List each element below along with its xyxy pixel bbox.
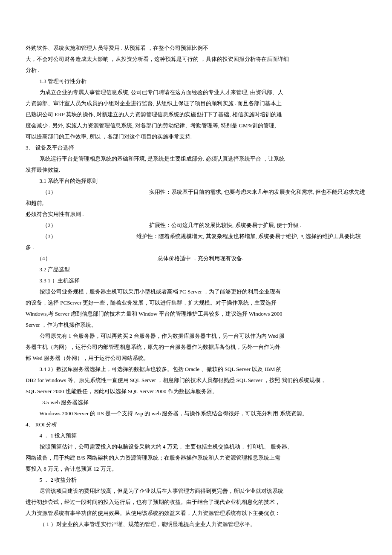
item-number: （4）	[26, 253, 158, 264]
heading-3-2: 3.2 产品选型	[26, 264, 366, 275]
list-item: （3） 维护性：随着系统规模增大, 其复杂程度也将增加, 系统要易于维护, 可选…	[26, 231, 366, 242]
body-text: 要投入 8 万元，合计总预算 12 万元。	[26, 463, 366, 474]
body-text: 系统运行平台是管理相息系统的基础和环境, 是系统是生要组成部分. 必须认真选择系…	[26, 153, 366, 164]
body-text: 分析 .	[26, 65, 366, 76]
section-4-heading: 4、 ROI 分析	[26, 419, 366, 430]
body-text: 大，不会对公司财务造成太大影响 ，从投资分析看，这种预算是可行的 ，具体的投资回…	[26, 54, 366, 65]
body-text: Windows 2000 Server 的 IIS 是一个支持 Asp 的 we…	[26, 408, 366, 419]
body-text: Server ，作为主机操作系统。	[26, 319, 366, 331]
heading-3-3: 3.3 1 ）主机选择	[26, 275, 366, 286]
item-text: 总体价格适中 ，充分利用现有设备.	[158, 253, 366, 264]
body-text: 按照公司业务规模，服务器主机可以采用小型机或者高档 PC Server ，为了能…	[26, 286, 366, 297]
list-item: （2） 扩展性：公司这几年的发展比较快, 系统要易于扩展, 便于升级 .	[26, 220, 366, 231]
body-text: （ 1 ）对企业的人事管理实行严谨、规范的管理，能明显地提高企业人力资源管理水平…	[26, 519, 366, 530]
body-text: 部 Wed 服务器（外网），用于运行公司网站系统。	[26, 353, 366, 364]
body-text: 按照预算估计，公司需要投入的电脑设备采购大约 4 万元， 主要包括主机交换机动，…	[26, 441, 366, 452]
body-text: 度会减少 . 另外, 实施人力资源管理信息系统, 对各部门的劳动纪律、考勤管理等…	[26, 120, 366, 131]
body-text: DB2 for Windows 等。原先系统性一直使用 SQL Server ，…	[26, 375, 366, 386]
body-text: 发挥最佳效益.	[26, 164, 366, 175]
body-text: 进行初步尝试，经过一段时间的投入运行后，也有了预期的收益。由于结合了现代企业机相…	[26, 497, 366, 508]
heading-3-1: 3.1 系统平台的选择原则	[26, 175, 366, 187]
body-text: 必须符合实用性有原则 .	[26, 209, 366, 220]
item-text: 实用性：系统基于目前的需求, 也要考虑未来几年的发展变化和需求, 但也不能只追求…	[149, 187, 366, 198]
item-number: （3）	[26, 231, 136, 242]
body-text: 公司原先有 1 台服务器，可以再购买 2 台服务器，作为数据库服务器主机，另一台…	[26, 331, 366, 342]
body-text: 尽管该项目建设的费用比较高，但是为了企业以后在人事管理方面得到更完善，所以企业就…	[26, 486, 366, 497]
heading-3-4: 3.4 2）数据库服务器选择上，可选择的数据库也较多。包括 Oracle 、微软…	[26, 364, 366, 375]
heading-4-1: 4 ． 1 投入预算	[26, 430, 366, 441]
body-text: SQL Server 2000 也能胜任，因此可以选择 SQL Server 2…	[26, 386, 366, 397]
item-number: （1）	[26, 187, 149, 198]
body-text: 和超前,	[26, 198, 366, 209]
body-text: 网络设备，用于构建 B/S 网络架构的人力资源管理系统；在服务器操作系统和人力资…	[26, 452, 366, 463]
body-text: 已熟识公司 ERP 莫块的操作, 对新建立的人力资源管理信息系统的实施也打下了基…	[26, 109, 366, 120]
body-text: Windows,考 Server 虑到信息部门的技术力量和 Window 平台的…	[26, 308, 366, 319]
body-text: 可以提高部门的工作效率, 所以 ，各部门对这个项目的实施非常支持.	[26, 131, 366, 142]
body-text: 多 .	[26, 242, 366, 253]
heading-3-5: 3.5 web 服务器选择	[26, 397, 366, 408]
item-number: （2）	[26, 220, 149, 231]
body-text: 人力资源管系统有事半功倍的使用效果。从使用该系统的效益来看，人力资源管理系统有以…	[26, 508, 366, 519]
body-text: 力资源部、审计室人员为成员的小组对企业进行监督, 从组织上保证了项目的顺利实施 …	[26, 98, 366, 109]
item-text: 扩展性：公司这几年的发展比较快, 系统要易于扩展, 便于升级 .	[149, 220, 366, 231]
body-text: 务器主机（内网），运行公司内部管理相息系统，原先的一台服务器作为数据库备份机，另…	[26, 342, 366, 353]
section-3-heading: 3、 设备及平台选择	[26, 142, 366, 153]
body-text: 为成立企业的专属人事管理信息系统, 公司已专门聘请在这方面经验的专业人才来管理,…	[26, 87, 366, 98]
body-text: 外购软件、系统实施和管理人员等费用 . 从预算看 ，在整个公司预算比例不	[26, 43, 366, 54]
body-text: 的设备，选择 PCServer 更好一些，随着业务发展，可以进行集群，扩大规模。…	[26, 297, 366, 308]
item-text: 维护性：随着系统规模增大, 其复杂程度也将增加, 系统要易于维护, 可选择的维护…	[136, 231, 366, 242]
heading-1-3: 1.3 管理可行性分析	[26, 76, 366, 87]
heading-5-2: 5 ． 2 收益分析	[26, 474, 366, 486]
list-item: （4） 总体价格适中 ，充分利用现有设备.	[26, 253, 366, 264]
list-item: （1） 实用性：系统基于目前的需求, 也要考虑未来几年的发展变化和需求, 但也不…	[26, 187, 366, 198]
